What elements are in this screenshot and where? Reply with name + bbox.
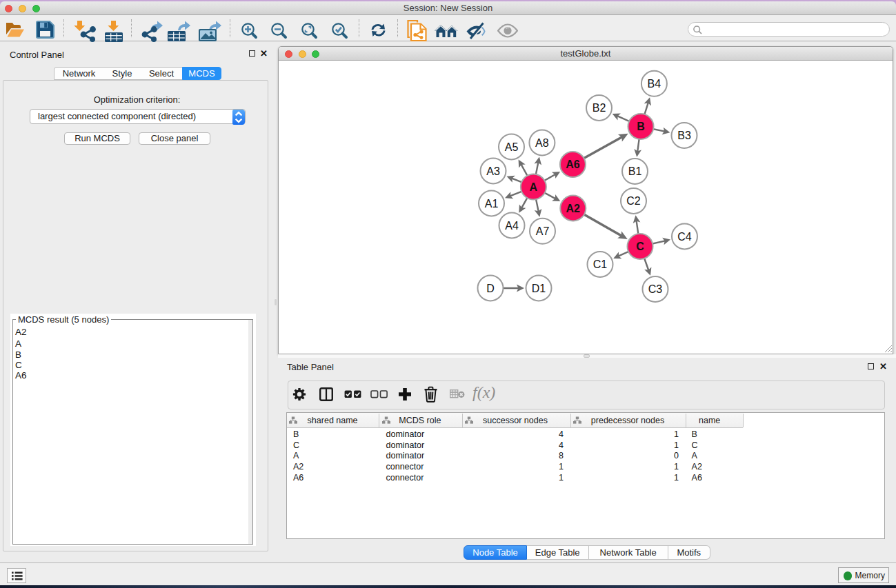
svg-text:A: A [530, 181, 538, 193]
svg-text:A8: A8 [535, 137, 549, 149]
svg-text:B: B [637, 121, 645, 132]
svg-text:A2: A2 [566, 203, 581, 214]
svg-text:B2: B2 [593, 102, 606, 114]
svg-text:C2: C2 [626, 195, 641, 207]
svg-text:C1: C1 [593, 258, 608, 270]
svg-text:A1: A1 [485, 198, 499, 210]
svg-text:D1: D1 [532, 283, 546, 294]
svg-text:D: D [486, 283, 495, 294]
svg-text:B3: B3 [677, 130, 691, 141]
svg-text:C4: C4 [677, 231, 692, 243]
svg-text:A7: A7 [536, 225, 550, 237]
svg-text:A6: A6 [566, 159, 580, 170]
svg-text:A3: A3 [486, 165, 500, 177]
svg-text:B4: B4 [648, 78, 661, 90]
svg-text:A4: A4 [505, 220, 519, 232]
svg-text:A5: A5 [505, 141, 519, 153]
svg-text:C3: C3 [648, 283, 663, 295]
svg-text:B1: B1 [628, 165, 642, 177]
svg-text:C: C [636, 241, 644, 252]
